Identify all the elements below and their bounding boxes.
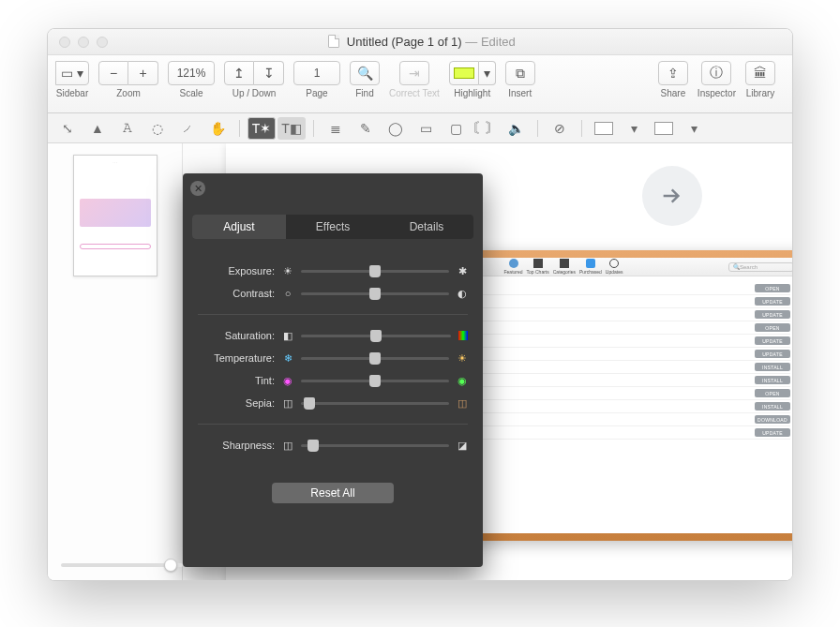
- sharp-icon: ◪: [457, 440, 468, 451]
- thumbnail-size-slider[interactable]: [61, 563, 183, 567]
- text-annotate-alt-tool[interactable]: T◧: [278, 117, 306, 140]
- sun-dim-icon: ☀: [282, 265, 293, 276]
- titlebar: Untitled (Page 1 of 1) — Edited: [48, 29, 792, 55]
- find-label: Find: [355, 88, 373, 98]
- action-pill: UPDATE: [755, 310, 790, 319]
- updown-label: Up / Down: [232, 88, 277, 98]
- page-field[interactable]: 1: [293, 61, 340, 85]
- swatch-2[interactable]: [650, 117, 678, 140]
- swatch-1-menu[interactable]: ▾: [620, 117, 648, 140]
- page-thumbnail[interactable]: · · ·: [73, 155, 158, 276]
- inspector-label: Inspector: [698, 88, 736, 98]
- contrast-slider[interactable]: [301, 292, 449, 295]
- saturation-slider[interactable]: [301, 335, 451, 337]
- share-label: Share: [661, 88, 686, 98]
- color-swatch-icon: [458, 331, 468, 340]
- store-tabs: Featured Top Charts Categories Purchased…: [504, 259, 623, 275]
- page-down-button[interactable]: ↧: [254, 61, 284, 85]
- saturation-label: Saturation:: [198, 330, 275, 341]
- scale-label: Scale: [179, 88, 202, 98]
- rounded-rect-tool[interactable]: ▢: [442, 117, 470, 140]
- library-label: Library: [746, 88, 775, 98]
- marquee-tool[interactable]: ◌: [143, 117, 172, 140]
- eraser-tool[interactable]: ⟋: [173, 117, 202, 140]
- highlight-button[interactable]: [449, 61, 479, 85]
- tab-adjust[interactable]: Adjust: [192, 215, 286, 239]
- sepia-off-icon: ◫: [282, 397, 293, 409]
- exposure-slider[interactable]: [301, 270, 449, 273]
- swatch-1[interactable]: [590, 117, 618, 140]
- tab-effects[interactable]: Effects: [286, 215, 380, 239]
- action-pill: UPDATE: [755, 297, 790, 306]
- circle-empty-icon: ○: [282, 288, 293, 299]
- green-icon: ◉: [457, 375, 468, 386]
- reset-all-button[interactable]: Reset All: [272, 483, 394, 503]
- tab-details[interactable]: Details: [380, 215, 473, 239]
- arrow-cursor-tool[interactable]: ⤡: [53, 117, 82, 140]
- swatch-2-menu[interactable]: ▾: [680, 117, 708, 140]
- sharpness-slider[interactable]: [301, 444, 449, 447]
- sun-bright-icon: ✱: [457, 265, 468, 276]
- highlighter-tool[interactable]: ✎: [352, 117, 380, 140]
- sepia-label: Sepia:: [198, 397, 275, 409]
- gray-swatch-icon: ◧: [282, 330, 293, 341]
- correct-text-button: ⇥: [399, 61, 429, 85]
- no-tool[interactable]: ⊘: [546, 117, 574, 140]
- store-search: 🔍 Search: [728, 262, 792, 272]
- text-annotate-tool[interactable]: T✶: [248, 117, 276, 140]
- tint-slider[interactable]: [301, 380, 449, 382]
- zoom-in-button[interactable]: +: [128, 61, 158, 85]
- close-button[interactable]: ✕: [190, 181, 205, 196]
- sepia-slider[interactable]: [301, 402, 449, 405]
- brackets-tool[interactable]: 〘〙: [472, 117, 500, 140]
- select-tool[interactable]: ▲: [83, 117, 112, 140]
- blur-icon: ◫: [282, 440, 293, 451]
- window-title: Untitled (Page 1 of 1) — Edited: [108, 35, 736, 49]
- action-pill: OPEN: [755, 389, 790, 397]
- content-area: · · · Featured Top Charts: [48, 143, 792, 580]
- rect-tool[interactable]: ▭: [412, 117, 440, 140]
- sharpness-label: Sharpness:: [198, 440, 275, 451]
- highlight-label: Highlight: [454, 88, 490, 98]
- insert-button[interactable]: ⧉: [505, 61, 535, 85]
- zoom-scale-button[interactable]: 121%: [168, 61, 215, 85]
- library-button[interactable]: 🏛: [745, 61, 775, 85]
- sidebar-toggle[interactable]: ▭ ▾: [55, 61, 89, 85]
- edited-badge: — Edited: [465, 35, 515, 49]
- temperature-label: Temperature:: [198, 352, 275, 364]
- exposure-label: Exposure:: [198, 265, 275, 276]
- share-button[interactable]: ⇪: [658, 61, 688, 85]
- zoom-out-button[interactable]: −: [98, 61, 128, 85]
- action-pill: OPEN: [755, 323, 790, 332]
- action-pill: INSTALL: [755, 376, 790, 384]
- temperature-slider[interactable]: [301, 357, 449, 360]
- window-controls[interactable]: [48, 37, 108, 48]
- app-window: Untitled (Page 1 of 1) — Edited ▭ ▾ Side…: [47, 28, 793, 581]
- page-label: Page: [306, 88, 327, 98]
- find-button[interactable]: 🔍: [350, 61, 380, 85]
- zoom-label: Zoom: [116, 88, 141, 98]
- text-select-tool[interactable]: 𝙰: [113, 117, 142, 140]
- page-up-button[interactable]: ↥: [224, 61, 254, 85]
- contrast-label: Contrast:: [198, 288, 275, 299]
- sound-tool[interactable]: 🔈: [502, 117, 530, 140]
- action-pill: DOWNLOAD: [755, 415, 790, 424]
- annotation-toolbar: ⤡ ▲ 𝙰 ◌ ⟋ ✋ T✶ T◧ ≣ ✎ ◯ ▭ ▢ 〘〙 🔈 ⊘ ▾ ▾: [48, 113, 792, 143]
- action-pill: INSTALL: [755, 363, 790, 371]
- highlight-menu[interactable]: ▾: [479, 61, 496, 85]
- hand-tool[interactable]: ✋: [203, 117, 232, 140]
- indent-tool[interactable]: ≣: [322, 117, 350, 140]
- cool-icon: ❄: [282, 352, 293, 364]
- thumbnail-sidebar: · · ·: [48, 143, 183, 580]
- main-toolbar: ▭ ▾ Sidebar − + Zoom 121% Scale ↥ ↧ Up /…: [48, 55, 792, 113]
- action-pill: UPDATE: [755, 336, 790, 345]
- inspector-button[interactable]: ⓘ: [701, 61, 731, 85]
- action-pill: UPDATE: [755, 428, 790, 437]
- sepia-on-icon: ◫: [457, 397, 468, 409]
- speech-bubble-tool[interactable]: ◯: [382, 117, 410, 140]
- action-pill: OPEN: [755, 284, 790, 292]
- panel-tabs: Adjust Effects Details: [192, 215, 473, 239]
- tint-label: Tint:: [198, 375, 275, 386]
- arrow-icon: [642, 166, 702, 226]
- warm-icon: ☀: [457, 352, 468, 364]
